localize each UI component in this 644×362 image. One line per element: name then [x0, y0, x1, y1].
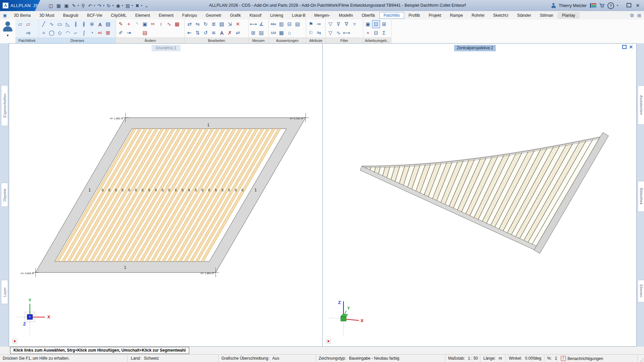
edit-pencil-icon[interactable]: ✎: [71, 3, 77, 9]
allplan-logo[interactable]: Λ ALLPLAN 26: [0, 0, 40, 11]
visibility-eye-icon[interactable]: ◉: [115, 3, 121, 9]
help-dropdown-icon[interactable]: ▾: [617, 4, 618, 7]
menu-item-modelln-14[interactable]: Modelln: [334, 12, 357, 19]
menu-item-profilb-17[interactable]: Profilb: [404, 12, 424, 19]
pie-icon[interactable]: ◔: [88, 29, 96, 37]
status-field-winkel-[interactable]: Winkel:0.000: [509, 355, 535, 362]
palette-tab-objekte[interactable]: Objekte: [1, 183, 8, 207]
menu-item-sketchu-21[interactable]: SketchU: [489, 12, 513, 19]
settings-gear-icon[interactable]: ⚙: [630, 13, 634, 18]
report-abc-icon[interactable]: Abc: [269, 20, 277, 28]
measure-list-icon[interactable]: ▤: [257, 29, 265, 37]
block-modify-icon[interactable]: ▦: [173, 20, 181, 28]
close-button[interactable]: ✕: [635, 3, 641, 8]
viewport-cube-icon[interactable]: ◫: [48, 3, 54, 9]
tools-icon-dropdown[interactable]: ▾: [141, 4, 142, 7]
menu-item-bcf-vie-3[interactable]: BCF-Vie: [83, 12, 106, 19]
screen-division-icon[interactable]: ▦: [55, 3, 62, 9]
attribute-transfer-icon[interactable]: ⇋: [315, 29, 323, 37]
delete-icon[interactable]: ✕: [234, 20, 242, 28]
toolbar-overflow-icon[interactable]: ⌄: [144, 3, 150, 9]
zoom-search-icon[interactable]: ⚲: [80, 3, 86, 9]
menu-item-element-5[interactable]: Element: [131, 12, 154, 19]
menu-item-klassif-10[interactable]: Klassif: [245, 12, 266, 19]
stretch-icon[interactable]: ⇲: [226, 20, 234, 28]
menu-item-grafik-9[interactable]: Grafik: [226, 12, 245, 19]
license-list-icon[interactable]: [590, 3, 596, 8]
menu-item-stilman-23[interactable]: Stilman: [535, 12, 557, 19]
modify-pencil-icon[interactable]: ✎: [117, 20, 125, 28]
viewport-restore-icon[interactable]: [622, 45, 627, 49]
workspace-grid-icon[interactable]: ⊞: [380, 20, 388, 28]
mirror-vertical-icon[interactable]: ⇅: [194, 29, 202, 37]
status-field-grafische-berschreibung-[interactable]: Grafische Überschreibung:Aus: [221, 355, 279, 362]
status-field-deg[interactable]: deg: [535, 355, 541, 362]
menu-item-geometr-8[interactable]: Geometr: [201, 12, 226, 19]
menu-item-citygml-4[interactable]: CityGML: [107, 12, 131, 19]
patchwork-modify-icon[interactable]: ▱: [24, 20, 32, 28]
plan-drawing[interactable]: 11116666666666666666666666H= 1.850 mH= 9…: [9, 44, 322, 346]
arc-icon[interactable]: ◠: [64, 29, 72, 37]
menu-item-fahrspu-7[interactable]: Fahrspu: [178, 12, 201, 19]
attribute-pen-icon[interactable]: ✑: [315, 20, 323, 28]
status-field-land-[interactable]: Land:Schweiz: [131, 355, 159, 362]
menu-item-3d-bema-0[interactable]: 3D Bema: [9, 12, 35, 19]
spline-icon[interactable]: ∿: [48, 20, 56, 28]
filter-measure-icon[interactable]: ⟷: [342, 29, 351, 37]
user-name[interactable]: Thierry Metzler: [559, 3, 587, 8]
undo-icon-dropdown[interactable]: ▾: [94, 4, 95, 7]
rectangle-icon[interactable]: ▭: [56, 20, 64, 28]
corner-symbol-icon[interactable]: ⌐: [72, 29, 80, 37]
help-icon[interactable]: ?: [607, 2, 614, 9]
menu-item-baugrub-2[interactable]: Baugrub: [59, 12, 83, 19]
measure-length-icon[interactable]: ⟷: [249, 20, 257, 28]
palette-layout-icon[interactable]: ⊞: [637, 13, 641, 18]
report-building-icon[interactable]: ⌂: [285, 29, 293, 37]
status-field--[interactable]: %:1: [547, 355, 557, 362]
status-field-ma-stab-[interactable]: Maßstab:1 : 50: [448, 355, 478, 362]
palette-tab-bibliothek[interactable]: Bibliothek: [638, 181, 644, 212]
palette-tab-layer[interactable]: Layer: [1, 280, 8, 304]
attribute-flag-icon[interactable]: ⚑: [307, 20, 315, 28]
window-layout-icon[interactable]: ▥: [124, 3, 131, 9]
menu-item-linieng-11[interactable]: Linieng: [266, 12, 287, 19]
menu-item-3d-must-1[interactable]: 3D Must: [35, 12, 59, 19]
distribute-icon[interactable]: ≋: [210, 29, 218, 37]
text-icon[interactable]: A: [96, 20, 104, 28]
menu-item-oberfl--15[interactable]: Oberflä: [357, 12, 379, 19]
move-icon[interactable]: ⇄: [185, 20, 194, 28]
viewport-tab-zentralperspektive[interactable]: Zentralperspektive:2: [454, 45, 496, 51]
menu-item-mengen--13[interactable]: Mengen-: [310, 12, 334, 19]
brush-icon[interactable]: ✐: [117, 29, 125, 37]
viewport-perspective[interactable]: Zentralperspektive:2 ✕ Z Y X: [323, 43, 637, 347]
edit-pencil-icon-dropdown[interactable]: ▾: [77, 4, 79, 7]
report-table-icon[interactable]: ⊟: [285, 20, 293, 28]
filter2-icon[interactable]: ▽: [326, 29, 334, 37]
wave-cut-icon[interactable]: ≀: [157, 20, 165, 28]
clip-region-icon[interactable]: ⊠: [104, 29, 112, 37]
palette-tab-eigenschaften[interactable]: Eigenschaften: [1, 85, 8, 126]
resize-grip[interactable]: [640, 358, 643, 362]
status-field-zeichnungstyp-[interactable]: Zeichnungstyp:Baueingabe - Neubau farbig: [319, 355, 399, 362]
delete-part-icon[interactable]: ✗: [226, 29, 234, 37]
report-grid-icon[interactable]: ▦: [277, 29, 285, 37]
window-layout-icon-dropdown[interactable]: ▾: [131, 4, 133, 7]
note-edit-icon[interactable]: ▤: [141, 29, 149, 37]
maximize-button[interactable]: [626, 3, 632, 8]
redo-icon-dropdown[interactable]: ▾: [103, 4, 104, 7]
trim-to-line-icon[interactable]: ⇥: [125, 29, 133, 37]
scissors-icon[interactable]: ✂: [149, 20, 157, 28]
menu-item-rohrlei-20[interactable]: Rohrlei: [467, 12, 489, 19]
fillet-icon[interactable]: ◝: [133, 20, 141, 28]
rotate-ccw-icon[interactable]: ↺: [202, 29, 210, 37]
refresh-icon[interactable]: ↻: [106, 3, 112, 9]
workspace-pin-icon[interactable]: A: [364, 29, 372, 37]
filter-icon[interactable]: ▽: [326, 20, 334, 28]
line-icon[interactable]: ╱: [40, 20, 48, 28]
workspace-window-icon[interactable]: ▣: [364, 20, 372, 28]
menu-item-planlay-24[interactable]: Planlay: [557, 12, 579, 19]
menu-item-element-6[interactable]: Element: [154, 12, 178, 19]
workspace-sum-icon[interactable]: Σ: [380, 29, 388, 37]
account-dropdown-icon[interactable]: ▼: [6, 34, 9, 37]
measure-area-icon[interactable]: ⊞: [249, 29, 257, 37]
